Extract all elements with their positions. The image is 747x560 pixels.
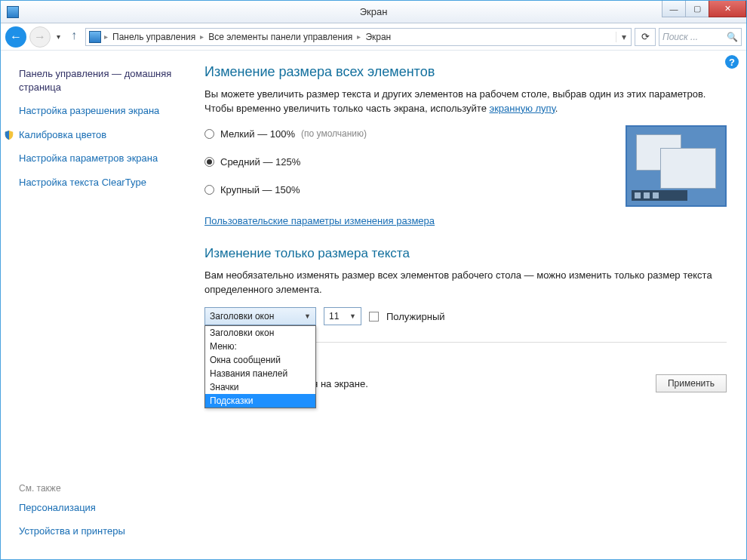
refresh-button[interactable]: ⟳	[635, 28, 656, 46]
radio-icon	[204, 129, 214, 139]
help-icon[interactable]: ?	[725, 55, 739, 69]
sidebar-item-display-settings[interactable]: Настройка параметров экрана	[19, 152, 186, 165]
dropdown-option[interactable]: Окна сообщений	[205, 353, 315, 367]
radio-medium[interactable]: Средний — 125%	[204, 156, 603, 168]
radio-icon	[204, 157, 214, 167]
bold-label: Полужирный	[386, 311, 445, 322]
location-icon	[89, 31, 101, 43]
dropdown-option[interactable]: Заголовки окон	[205, 326, 315, 340]
minimize-button[interactable]: —	[662, 1, 686, 17]
dropdown-option[interactable]: Меню:	[205, 340, 315, 353]
apply-button[interactable]: Применить	[656, 374, 727, 392]
element-combobox[interactable]: Заголовки окон ▼	[204, 307, 316, 325]
dropdown-option[interactable]: Значки	[205, 380, 315, 394]
dropdown-option[interactable]: Названия панелей	[205, 367, 315, 380]
see-also-label: См. также	[19, 483, 186, 494]
window-title: Экран	[360, 6, 388, 17]
address-bar[interactable]: ▸ Панель управления ▸ Все элементы панел…	[85, 28, 632, 46]
chevron-down-icon: ▼	[304, 312, 311, 320]
nav-history-dropdown[interactable]: ▾	[54, 32, 63, 41]
shield-icon	[4, 130, 14, 140]
see-also-personalization[interactable]: Персонализация	[19, 501, 186, 515]
preview-image	[626, 125, 727, 207]
breadcrumb[interactable]: Экран	[361, 32, 395, 42]
content: Панель управления — домашняя страница На…	[1, 51, 746, 559]
heading-size-all: Изменение размера всех элементов	[204, 64, 727, 80]
sidebar-item-cleartype[interactable]: Настройка текста ClearType	[19, 176, 186, 189]
window-controls: — ▢ ✕	[662, 1, 746, 17]
element-dropdown-list: Заголовки окон Меню: Окна сообщений Назв…	[204, 325, 316, 408]
titlebar: Экран — ▢ ✕	[1, 1, 746, 23]
app-icon	[7, 6, 19, 18]
magnifier-link[interactable]: экранную лупу	[490, 103, 555, 114]
sidebar-item-resolution[interactable]: Настройка разрешения экрана	[19, 104, 186, 118]
chevron-down-icon: ▼	[349, 312, 356, 320]
radio-large[interactable]: Крупный — 150%	[204, 184, 603, 195]
custom-sizing-link[interactable]: Пользовательские параметры изменения раз…	[204, 215, 435, 226]
search-placeholder: Поиск ...	[662, 32, 727, 42]
nav-back-button[interactable]: ←	[5, 26, 26, 48]
radio-small[interactable]: Мелкий — 100% (по умолчанию)	[204, 128, 603, 140]
address-dropdown[interactable]: ▾	[616, 32, 631, 42]
heading-text-only: Изменение только размера текста	[204, 246, 727, 261]
see-also-devices-printers[interactable]: Устройства и принтеры	[19, 525, 186, 538]
control-panel-home-link[interactable]: Панель управления — домашняя страница	[19, 67, 186, 94]
search-input[interactable]: Поиск ... 🔍	[659, 28, 742, 46]
text-size-controls: Заголовки окон ▼ 11 ▼ Полужирный Заголов…	[204, 307, 727, 325]
breadcrumb[interactable]: Все элементы панели управления	[204, 32, 357, 42]
sidebar: Панель управления — домашняя страница На…	[1, 51, 197, 559]
radio-icon	[204, 185, 214, 195]
main: ? Изменение размера всех элементов Вы мо…	[197, 51, 746, 559]
maximize-button[interactable]: ▢	[685, 1, 709, 17]
navbar: ← → ▾ ↑ ▸ Панель управления ▸ Все элемен…	[1, 23, 746, 51]
sidebar-item-label: Калибровка цветов	[19, 128, 106, 142]
dropdown-option[interactable]: Подсказки	[205, 394, 315, 408]
bold-checkbox[interactable]	[369, 312, 379, 322]
text-only-desc: Вам необязательно изменять размер всех э…	[204, 269, 727, 297]
close-button[interactable]: ✕	[709, 1, 746, 17]
nav-forward-button[interactable]: →	[29, 26, 51, 48]
nav-up-button[interactable]: ↑	[66, 29, 82, 45]
size-radio-group: Мелкий — 100% (по умолчанию) Средний — 1…	[204, 128, 603, 212]
search-icon: 🔍	[727, 32, 738, 42]
sidebar-item-color-calibration[interactable]: Калибровка цветов	[4, 128, 186, 142]
intro-text: Вы можете увеличить размер текста и друг…	[204, 88, 727, 116]
breadcrumb[interactable]: Панель управления	[108, 32, 200, 42]
font-size-combobox[interactable]: 11 ▼	[324, 307, 361, 325]
